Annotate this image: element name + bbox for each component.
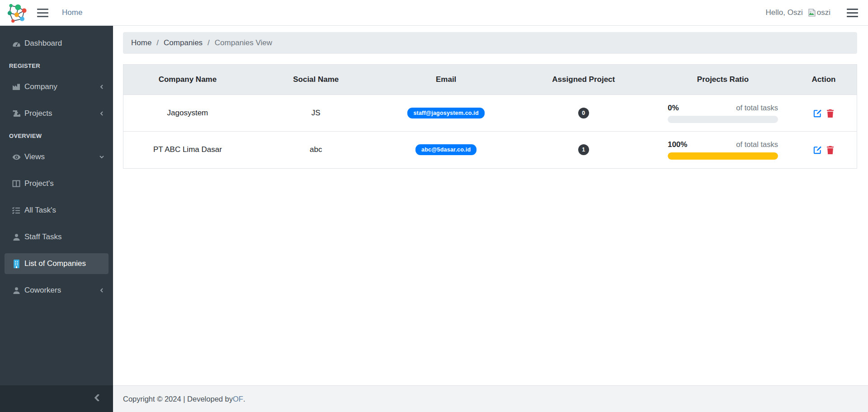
user-icon [8,286,24,295]
ratio-caption: of total tasks [736,104,778,112]
table-row: Jagosystem JS staff@jagosystem.co.id 0 0… [123,95,857,132]
puzzle-icon [8,109,24,118]
breadcrumb-current: Companies View [215,38,272,47]
progress-bar [668,152,778,160]
columns-icon [8,179,24,188]
nav-home-link[interactable]: Home [62,8,82,17]
table-row: PT ABC Lima Dasar abc abc@5dasar.co.id 1… [123,132,857,168]
sidebar-item-all-tasks[interactable]: All Task's [5,200,108,221]
avatar[interactable]: oszi [807,8,830,17]
control-sidebar-toggle-icon[interactable] [847,9,858,17]
companies-table-container: Company Name Social Name Email Assigned … [123,64,857,169]
sidebar-item-views[interactable]: Views [5,147,108,167]
navbar-right: Hello, Oszi oszi [766,8,858,17]
sidebar-item-staff-tasks[interactable]: Staff Tasks [5,227,108,247]
eye-icon [8,152,24,162]
sidebar-item-label: Projects [24,109,52,118]
sidebar-footer [0,385,113,412]
progress-track [668,116,778,123]
content-area: Home / Companies / Companies View Compan… [113,26,868,385]
cell-projects-ratio: 0% of total tasks [655,95,791,132]
sidebar-item-list-of-companies[interactable]: List of Companies [5,253,108,274]
sidebar-item-label: All Task's [24,206,56,215]
edit-icon[interactable] [813,146,822,154]
cell-projects-ratio: 100% of total tasks [655,132,791,168]
chevron-down-icon [99,155,104,159]
breadcrumb: Home / Companies / Companies View [123,32,857,54]
col-projects-ratio: Projects Ratio [655,65,791,95]
sidebar-item-label: Staff Tasks [24,232,62,242]
breadcrumb-separator: / [156,38,159,47]
sidebar-item-label: Views [24,152,45,161]
col-social-name: Social Name [252,65,380,95]
sidebar-item-company[interactable]: Company [5,76,108,97]
breadcrumb-home[interactable]: Home [131,38,151,47]
chevron-left-icon [99,111,104,116]
user-greeting: Hello, Oszi [766,8,803,17]
developer-link[interactable]: OF [233,395,243,403]
col-email: Email [380,65,512,95]
sidebar-item-label: List of Companies [24,259,86,268]
sidebar-item-coworkers[interactable]: Coworkers [5,280,108,301]
sidebar-item-projects[interactable]: Projects [5,103,108,124]
sidebar: Dashboard REGISTER Company Projects [0,26,113,412]
avatar-alt-text: oszi [817,8,830,17]
ratio-percent: 100% [668,140,687,149]
col-action: Action [791,65,857,95]
edit-icon[interactable] [813,109,822,118]
sidebar-item-dashboard[interactable]: Dashboard [5,33,108,54]
copyright-text: Copyright © 2024 | Developed by [123,395,233,403]
cell-social-name: abc [252,132,380,168]
sidebar-section-overview: OVERVIEW [5,130,108,147]
companies-table: Company Name Social Name Email Assigned … [123,65,857,168]
building-icon [8,259,24,269]
assigned-count-badge: 1 [578,144,589,155]
sidebar-item-label: Project's [24,179,54,188]
chevron-left-icon [99,288,104,293]
cell-action [791,132,857,168]
sidebar-item-project-views[interactable]: Project's [5,173,108,194]
brand-logo-icon[interactable] [6,2,27,23]
email-badge[interactable]: staff@jagosystem.co.id [407,108,484,118]
tasks-icon [8,206,24,215]
sidebar-nav: Dashboard REGISTER Company Projects [0,26,113,301]
breadcrumb-companies[interactable]: Companies [164,38,203,47]
breadcrumb-separator: / [208,38,210,47]
tachometer-icon [8,39,24,48]
broken-image-icon [807,8,816,17]
cell-company-name: Jagosystem [123,95,252,132]
ratio-percent: 0% [668,104,679,113]
table-header-row: Company Name Social Name Email Assigned … [123,65,857,95]
sidebar-collapse-icon[interactable] [94,394,100,403]
col-company-name: Company Name [123,65,252,95]
sidebar-item-label: Company [24,82,57,91]
chevron-left-icon [99,85,104,89]
main-footer: Copyright © 2024 | Developed by OF. [113,385,868,412]
delete-icon[interactable] [826,146,834,154]
progress-track [668,152,778,160]
sidebar-item-label: Dashboard [24,39,62,48]
cell-company-name: PT ABC Lima Dasar [123,132,252,168]
industry-icon [8,82,24,91]
app-root: Home Hello, Oszi oszi Dashboard [0,0,868,412]
user-icon [8,233,24,242]
sidebar-section-register: REGISTER [5,60,108,76]
email-badge[interactable]: abc@5dasar.co.id [415,144,476,155]
col-assigned-project: Assigned Project [512,65,655,95]
cell-social-name: JS [252,95,380,132]
copyright-suffix: . [243,395,245,403]
sidebar-item-label: Coworkers [24,286,61,295]
sidebar-toggle-icon[interactable] [37,9,48,17]
top-navbar: Home Hello, Oszi oszi [0,0,868,26]
ratio-caption: of total tasks [736,140,778,149]
cell-action [791,95,857,132]
delete-icon[interactable] [826,109,834,118]
assigned-count-badge: 0 [578,108,589,118]
